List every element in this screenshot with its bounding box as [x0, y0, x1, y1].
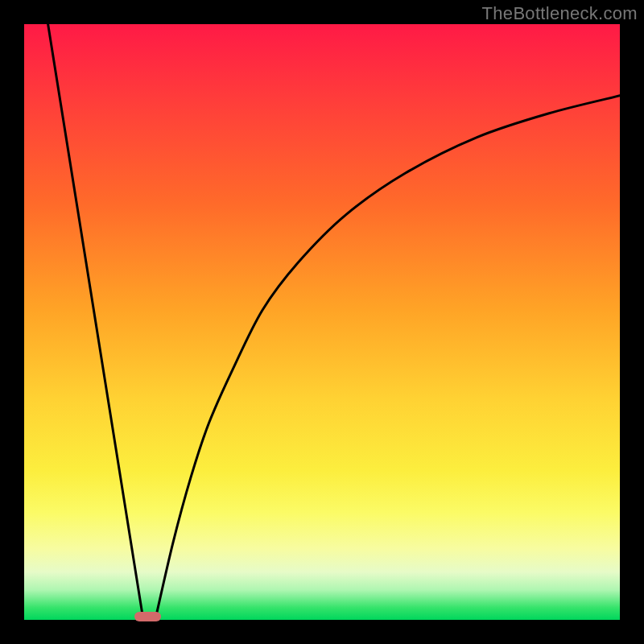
plot-area: [24, 24, 620, 620]
watermark-text: TheBottleneck.com: [482, 3, 638, 24]
curve-right-arm: [155, 96, 620, 620]
chart-stage: TheBottleneck.com: [0, 0, 644, 644]
optimal-range-marker: [134, 612, 161, 621]
curve-layer: [24, 24, 620, 620]
curve-left-arm: [48, 24, 143, 620]
